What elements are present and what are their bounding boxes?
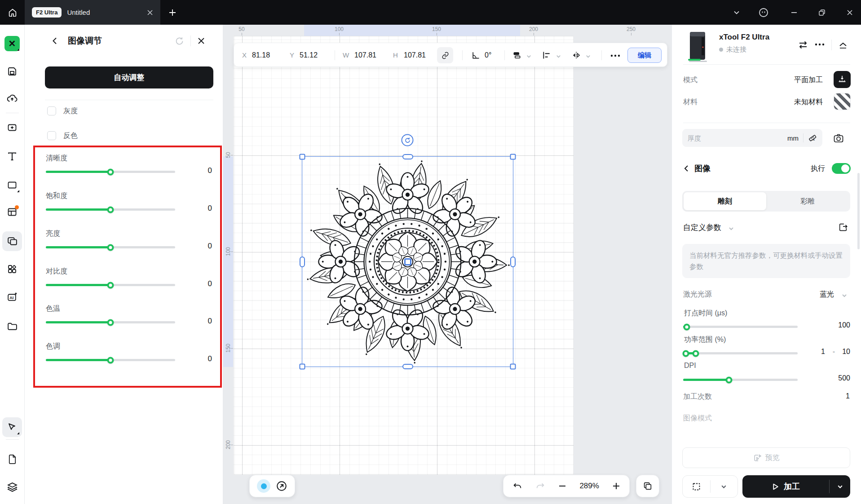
rotate-handle[interactable]: [402, 134, 414, 146]
new-tab-button[interactable]: [162, 0, 183, 25]
resize-handle-n[interactable]: [402, 154, 413, 159]
save-params-icon[interactable]: [838, 222, 848, 232]
insert-button[interactable]: [2, 118, 22, 137]
dot-time-slider[interactable]: [683, 326, 798, 328]
passes-value[interactable]: 1: [846, 392, 850, 400]
shape-tool-button[interactable]: [2, 175, 22, 195]
dpi-knob[interactable]: [726, 376, 733, 383]
mirror-icon[interactable]: [572, 51, 581, 60]
saturation-knob[interactable]: [107, 206, 114, 213]
minimize-button[interactable]: [783, 0, 805, 25]
hue-knob[interactable]: [107, 357, 114, 363]
mode-icon-button[interactable]: [834, 71, 851, 88]
layers-button[interactable]: [2, 477, 22, 497]
projects-button[interactable]: [2, 316, 22, 336]
edit-button[interactable]: 编辑: [627, 48, 662, 63]
preview-button[interactable]: 预览: [682, 447, 850, 468]
section-back-icon[interactable]: [683, 165, 689, 172]
image-tool-button-selected[interactable]: [2, 231, 22, 251]
laser-dot-indicator[interactable]: [257, 479, 270, 493]
back-icon[interactable]: [51, 37, 59, 45]
y-value[interactable]: 51.12: [300, 43, 318, 67]
home-button[interactable]: [0, 0, 25, 25]
clarity-slider[interactable]: [46, 171, 175, 173]
contrast-slider[interactable]: [46, 284, 175, 286]
h-value[interactable]: 107.81: [404, 43, 426, 67]
temperature-slider[interactable]: [46, 321, 175, 323]
zoom-level[interactable]: 289%: [579, 482, 599, 491]
mirror-chevron-icon[interactable]: [585, 53, 591, 59]
w-value[interactable]: 107.81: [354, 43, 376, 67]
resize-handle-nw[interactable]: [300, 154, 305, 160]
resize-handle-se[interactable]: [510, 364, 516, 370]
auto-adjust-button[interactable]: 自动调整: [45, 66, 213, 88]
align-chevron-icon[interactable]: [556, 53, 561, 59]
laser-source-value[interactable]: 蓝光: [820, 290, 834, 299]
x-value[interactable]: 81.18: [252, 43, 270, 67]
mode-value[interactable]: 平面加工: [794, 75, 823, 85]
dpi-slider[interactable]: [683, 379, 798, 381]
file-button[interactable]: [2, 449, 22, 469]
feedback-button[interactable]: [753, 0, 774, 25]
tab-color-engrave[interactable]: 彩雕: [766, 192, 849, 210]
reset-refresh-icon[interactable]: [175, 36, 184, 46]
collapse-panel-icon[interactable]: [838, 40, 848, 49]
resize-handle-sw[interactable]: [300, 364, 305, 370]
cloud-upload-button[interactable]: [2, 89, 22, 109]
dot-time-knob[interactable]: [683, 323, 690, 330]
save-button[interactable]: [2, 62, 22, 81]
maximize-button[interactable]: [811, 0, 833, 25]
zoom-out-icon[interactable]: [558, 482, 566, 490]
resize-handle-s[interactable]: [402, 364, 413, 369]
select-tool-button-selected[interactable]: [2, 417, 22, 437]
lock-aspect-ratio-button[interactable]: [437, 47, 453, 63]
camera-measure-button[interactable]: [830, 130, 847, 147]
close-window-button[interactable]: [839, 0, 861, 25]
tab-engrave-active[interactable]: 雕刻: [684, 192, 766, 210]
process-options-button[interactable]: [830, 483, 850, 490]
text-tool-button[interactable]: [2, 146, 22, 166]
execute-toggle-on[interactable]: [832, 163, 851, 174]
tab-close-icon[interactable]: [147, 9, 153, 16]
thickness-input[interactable]: [688, 134, 783, 142]
jump-to-position-icon[interactable]: [276, 480, 287, 492]
undo-icon[interactable]: [512, 481, 522, 491]
process-button[interactable]: 加工: [742, 481, 829, 492]
contrast-knob[interactable]: [107, 282, 114, 288]
clarity-knob[interactable]: [107, 168, 114, 175]
custom-params-label[interactable]: 自定义参数: [683, 222, 721, 233]
invert-checkbox[interactable]: [47, 131, 56, 140]
duplicate-button[interactable]: [636, 475, 659, 497]
window-dropdown-button[interactable]: [726, 0, 747, 25]
ai-image-button[interactable]: AI: [2, 287, 22, 307]
temperature-knob[interactable]: [107, 319, 114, 326]
rotation-value[interactable]: 0°: [485, 43, 491, 67]
panel-scrollbar[interactable]: [857, 173, 860, 249]
document-tab[interactable]: F2 Ultra Untitled: [25, 0, 160, 25]
resize-handle-w[interactable]: [300, 256, 305, 267]
measure-ruler-icon[interactable]: A: [808, 133, 817, 142]
elements-button[interactable]: [2, 259, 22, 279]
material-value[interactable]: 未知材料: [794, 97, 823, 107]
laser-source-chevron-icon[interactable]: [841, 292, 848, 299]
close-panel-icon[interactable]: [197, 37, 205, 45]
brightness-slider[interactable]: [46, 246, 175, 248]
saturation-slider[interactable]: [46, 208, 175, 211]
device-more-icon[interactable]: [815, 43, 825, 46]
hue-slider[interactable]: [46, 359, 175, 361]
custom-params-chevron-icon[interactable]: [728, 225, 734, 232]
zoom-in-icon[interactable]: [612, 482, 620, 490]
material-swatch[interactable]: [834, 93, 851, 110]
power-max-knob[interactable]: [693, 350, 699, 357]
brightness-knob[interactable]: [107, 244, 114, 251]
align-icon[interactable]: [542, 51, 551, 60]
frame-options-button[interactable]: [711, 476, 738, 497]
canvas-area[interactable]: 50 100 150 200 250 50 100 150 200: [223, 25, 671, 504]
grayscale-checkbox[interactable]: [47, 106, 56, 115]
more-options-icon[interactable]: [610, 54, 620, 57]
selection-center-handle[interactable]: [404, 258, 411, 265]
redo-icon[interactable]: [535, 481, 545, 491]
power-min-knob[interactable]: [683, 350, 689, 357]
resize-handle-ne[interactable]: [510, 154, 516, 160]
app-menu-button[interactable]: ✕: [2, 34, 22, 53]
